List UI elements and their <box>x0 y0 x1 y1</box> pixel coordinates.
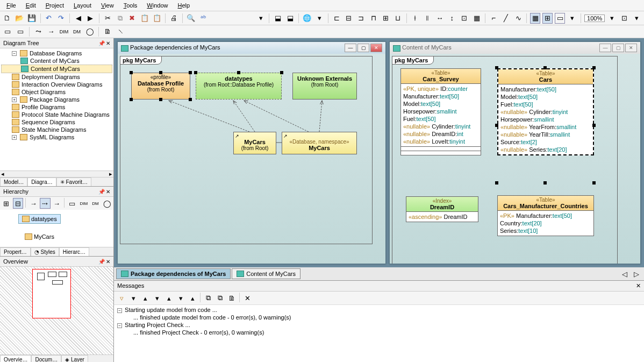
dist-v-icon[interactable]: ⫴ <box>423 13 433 24</box>
table-cars-survey[interactable]: «Table»Cars_Survey «PK, unique» ID:count… <box>400 68 481 155</box>
circle-icon[interactable]: ◯ <box>84 26 95 37</box>
h-tool2-icon[interactable]: ⊟ <box>13 198 24 209</box>
msg-clear-icon[interactable]: ✕ <box>242 293 253 303</box>
prev-icon[interactable]: ◀ <box>73 13 83 24</box>
size-icon[interactable]: ⊡ <box>459 13 469 24</box>
link-icon[interactable]: ⟍ <box>115 26 126 37</box>
close-button[interactable]: ✕ <box>625 44 637 52</box>
globe-icon[interactable]: 🌐 <box>302 13 312 24</box>
menu-file[interactable]: File <box>2 1 20 10</box>
doc1-body[interactable]: pkg MyCars «profile» Database Profile (f… <box>118 54 385 264</box>
menu-window[interactable]: Window <box>142 1 172 10</box>
tree-root[interactable]: −Database Diagrams <box>1 49 112 57</box>
table-dreamid[interactable]: «Index»DreamID «ascending» DreamID <box>406 196 478 222</box>
box-mycars1[interactable]: ↗ MyCars (from Root) <box>233 132 276 154</box>
h-tool7-icon[interactable]: DIM <box>78 198 89 209</box>
h-tool8-icon[interactable]: DM <box>90 198 101 209</box>
menu-view[interactable]: View <box>97 1 118 10</box>
h-tool5-icon[interactable]: → <box>52 198 62 209</box>
close-messages-icon[interactable]: ✕ <box>636 282 641 289</box>
menu-project[interactable]: Project <box>41 1 68 10</box>
tab-layer[interactable]: ◈ Layer <box>61 355 88 362</box>
next-icon[interactable]: ▶ <box>85 13 96 24</box>
tab-diagram[interactable]: Diagra… <box>27 178 56 186</box>
box2-icon[interactable]: ▭ <box>15 26 26 37</box>
tree-item-sequence[interactable]: Sequence Diagrams <box>1 118 112 126</box>
redo-icon[interactable]: ↷ <box>56 13 66 24</box>
tab-properties[interactable]: Propert… <box>0 247 31 256</box>
box-datatypes[interactable]: datatypes (from Root::Database Profile) <box>196 73 282 100</box>
doc2-body[interactable]: pkg MyCars «Table»Cars_Survey «PK, uniqu… <box>390 54 640 264</box>
dropdown-icon[interactable]: ▾ <box>256 13 266 24</box>
msg-tool4-icon[interactable]: ▴ <box>163 293 174 303</box>
messages-body[interactable]: − Starting update model from code ... ..… <box>114 305 644 362</box>
msg-save-icon[interactable]: 🗎 <box>226 293 237 303</box>
dropdown4-icon[interactable]: ▾ <box>632 13 642 24</box>
label-dim-icon[interactable]: DIM <box>59 26 69 37</box>
dropdown2-icon[interactable]: ▾ <box>314 13 325 24</box>
tree-item-interaction[interactable]: Interaction Overview Diagrams <box>1 81 112 88</box>
h-tool4-icon[interactable]: ⤏ <box>40 198 51 209</box>
fit-icon[interactable]: ⊡ <box>619 13 629 24</box>
dropdown3-icon[interactable]: ▾ <box>567 13 577 24</box>
h-tool1-icon[interactable]: ⊞ <box>1 198 12 209</box>
tree-item-package[interactable]: +Package Diagrams <box>1 96 112 103</box>
box-mycars2[interactable]: ↗ «Database, namespace» MyCars <box>282 132 357 154</box>
minimize-button[interactable]: — <box>599 44 611 52</box>
maximize-button[interactable]: ▢ <box>357 44 369 52</box>
doc1-titlebar[interactable]: Package dependencies of MyCars — ▢ ✕ <box>118 42 385 54</box>
tabs-prev-icon[interactable]: ◁ <box>619 268 630 279</box>
tab-overview[interactable]: Overvie… <box>0 355 31 362</box>
tree-item-state[interactable]: State Machine Diagrams <box>1 126 112 133</box>
find-replace-icon[interactable]: ᵃᵇ <box>198 13 209 24</box>
close-panel-icon[interactable]: ✕ <box>106 189 110 195</box>
new-icon[interactable]: 🗋 <box>2 13 12 24</box>
h-tool9-icon[interactable]: ◯ <box>102 198 112 209</box>
overview-viewport[interactable] <box>32 269 71 318</box>
tree-body[interactable]: −Database Diagrams Content of MyCars Con… <box>0 48 113 171</box>
size-h-icon[interactable]: ↕ <box>447 13 457 24</box>
copy-icon[interactable]: ⧉ <box>115 13 125 24</box>
menu-layout[interactable]: Layout <box>69 1 96 10</box>
pin-icon[interactable]: 📌 <box>98 189 105 195</box>
find-icon[interactable]: 🔍 <box>186 13 196 24</box>
delete-icon[interactable]: ✖ <box>127 13 138 24</box>
h-tool3-icon[interactable]: → <box>28 198 39 209</box>
view-icon[interactable]: ▭ <box>555 13 565 24</box>
msg-tool2-icon[interactable]: ▴ <box>140 293 151 303</box>
tree-item-content1[interactable]: Content of MyCars <box>1 57 112 65</box>
tab-model[interactable]: Model… <box>0 178 27 186</box>
minimize-button[interactable]: — <box>345 44 356 52</box>
msg-tool3-icon[interactable]: ▾ <box>152 293 162 303</box>
tab-styles[interactable]: ◔ Styles <box>31 247 59 256</box>
msg-copy2-icon[interactable]: ⧉ <box>214 293 225 303</box>
undo-icon[interactable]: ↶ <box>44 13 54 24</box>
tree-item-content2[interactable]: Content of MyCars <box>1 65 112 73</box>
size-w-icon[interactable]: ↔ <box>435 13 445 24</box>
dist-h-icon[interactable]: ⫲ <box>410 13 420 24</box>
align-bottom-icon[interactable]: ⊔ <box>393 13 403 24</box>
msg-tool6-icon[interactable]: ▴ <box>187 293 198 303</box>
line3-icon[interactable]: ∿ <box>513 13 524 24</box>
line1-icon[interactable]: ⌐ <box>489 13 499 24</box>
paste-icon[interactable]: 📋 <box>139 13 149 24</box>
pin-icon[interactable]: 📌 <box>98 40 105 46</box>
zoom-dropdown-icon[interactable]: ▾ <box>607 13 617 24</box>
open-icon[interactable]: 📂 <box>15 13 25 24</box>
h-tool6-icon[interactable]: ▭ <box>67 198 77 209</box>
tree-item-sysml[interactable]: +SysML Diagrams <box>1 133 112 141</box>
grid-icon[interactable]: ▦ <box>530 13 540 24</box>
print-icon[interactable]: 🖨 <box>169 13 179 24</box>
tree-item-object[interactable]: Object Diagrams <box>1 88 112 96</box>
doc2-titlebar[interactable]: Content of MyCars — ▢ ✕ <box>390 42 640 54</box>
tabs-next-icon[interactable]: ▷ <box>631 268 642 279</box>
align-center-v-icon[interactable]: ⊞ <box>381 13 391 24</box>
snap-icon[interactable]: ⊞ <box>542 13 553 24</box>
filter-icon[interactable]: ▿ <box>116 293 127 303</box>
tree-item-deployment[interactable]: Deployment Diagrams <box>1 73 112 81</box>
maximize-button[interactable]: ▢ <box>612 44 624 52</box>
hierarchy-body[interactable]: datatypes MyCars <box>0 210 113 247</box>
box-unknown-externals[interactable]: Unknown Externals (from Root) <box>292 73 357 100</box>
table-cars[interactable]: «Table»Cars Manufacturer:text[50]Model:t… <box>497 68 594 155</box>
label-dm-icon[interactable]: DM <box>71 26 82 37</box>
